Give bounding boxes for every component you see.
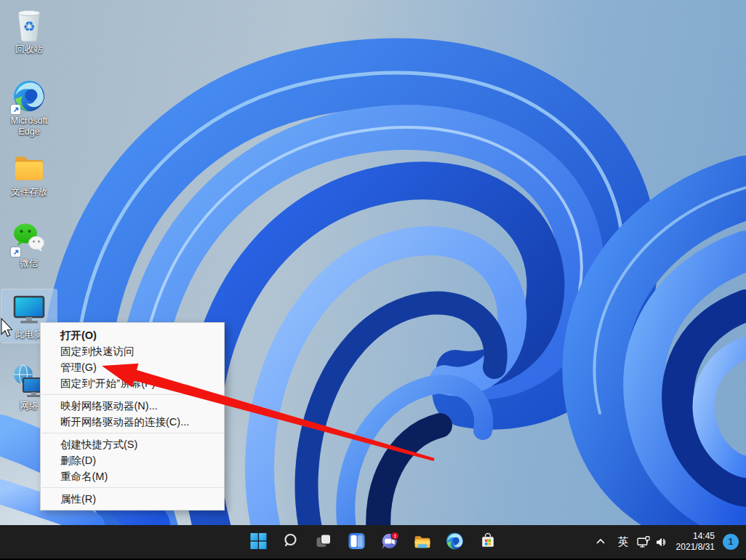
system-tray: 英 14:45 2021/8/31 1 <box>591 525 739 559</box>
desktop-icon-file-folder[interactable]: 文件存放 <box>1 147 57 200</box>
desktop-icon-edge[interactable]: Microsoft Edge <box>1 76 57 140</box>
tray-date: 2021/8/31 <box>676 542 715 553</box>
recycle-bin-icon: ♻ <box>12 7 47 42</box>
desktop-icon-label: 回收站 <box>1 44 57 55</box>
edge-icon <box>12 79 47 113</box>
network-tray-icon <box>637 536 651 548</box>
menu-item-manage[interactable]: 管理(G) <box>41 359 224 375</box>
menu-separator <box>41 394 223 395</box>
desktop-icon-label: Microsoft Edge <box>1 116 57 137</box>
tray-overflow-button[interactable] <box>591 529 610 555</box>
menu-separator <box>41 433 223 433</box>
taskbar-center-group: ! <box>244 527 502 556</box>
task-view-button[interactable] <box>310 527 339 556</box>
chat-badge: ! <box>393 532 396 539</box>
menu-item-pin-quick-access[interactable]: 固定到快速访问 <box>41 343 224 359</box>
desktop-icon-label: 微信 <box>1 258 57 269</box>
notification-count-badge[interactable]: 1 <box>723 534 739 550</box>
store-icon <box>478 532 497 551</box>
task-view-icon <box>316 532 333 550</box>
chevron-up-icon <box>595 537 606 547</box>
file-explorer-icon <box>413 532 431 551</box>
menu-item-disconnect-network-drive[interactable]: 断开网络驱动器的连接(C)... <box>41 414 224 430</box>
start-button[interactable] <box>244 527 273 556</box>
svg-text:♻: ♻ <box>23 18 35 34</box>
shortcut-arrow-icon <box>11 247 20 257</box>
chat-icon: ! <box>380 532 399 551</box>
desktop-icon-recycle-bin[interactable]: ♻ 回收站 <box>1 4 57 57</box>
windows-logo-icon <box>250 532 268 550</box>
menu-separator <box>41 487 223 488</box>
chat-button[interactable]: ! <box>375 527 404 556</box>
shortcut-arrow-icon <box>11 105 20 114</box>
menu-item-pin-to-start[interactable]: 固定到“开始”屏幕(P) <box>41 375 224 391</box>
menu-item-map-network-drive[interactable]: 映射网络驱动器(N)... <box>41 398 224 414</box>
file-explorer-button[interactable] <box>408 527 437 556</box>
menu-item-open[interactable]: 打开(O) <box>41 327 224 343</box>
input-language-indicator[interactable]: 英 <box>618 535 629 549</box>
edge-button[interactable] <box>441 527 470 556</box>
folder-icon <box>12 150 47 185</box>
edge-icon <box>446 532 465 551</box>
store-button[interactable] <box>473 527 502 556</box>
volume-icon <box>656 537 668 548</box>
widgets-button[interactable] <box>342 527 372 556</box>
menu-item-create-shortcut[interactable]: 创建快捷方式(S) <box>41 436 224 452</box>
menu-item-properties[interactable]: 属性(R) <box>41 491 224 507</box>
desktop-icon-label: 文件存放 <box>1 187 57 198</box>
search-icon <box>283 532 300 550</box>
tray-time: 14:45 <box>676 531 715 542</box>
context-menu: 打开(O) 固定到快速访问 管理(G) 固定到“开始”屏幕(P) 映射网络驱动器… <box>40 322 225 511</box>
menu-item-delete[interactable]: 删除(D) <box>41 452 224 468</box>
quick-settings-button[interactable] <box>637 536 668 548</box>
widgets-icon <box>348 532 366 550</box>
desktop-icon-wechat[interactable]: 微信 <box>1 218 57 271</box>
taskbar: ! <box>0 525 746 560</box>
clock[interactable]: 14:45 2021/8/31 <box>676 531 715 553</box>
search-button[interactable] <box>277 527 306 556</box>
wechat-icon <box>12 221 47 256</box>
menu-item-rename[interactable]: 重命名(M) <box>41 468 224 484</box>
